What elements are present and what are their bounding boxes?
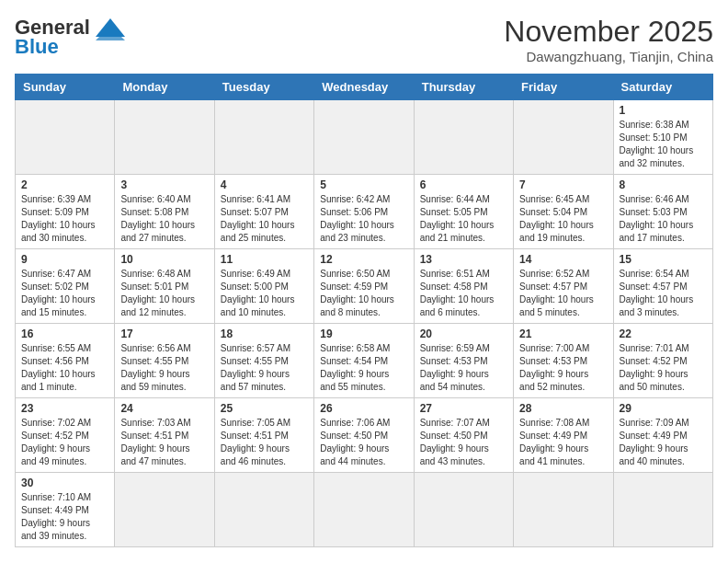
day-number: 2	[21, 178, 108, 191]
day-info: Sunrise: 6:44 AM Sunset: 5:05 PM Dayligh…	[420, 193, 507, 245]
weekday-header-tuesday: Tuesday	[214, 75, 313, 100]
day-info: Sunrise: 6:57 AM Sunset: 4:55 PM Dayligh…	[221, 342, 308, 394]
weekday-header-saturday: Saturday	[613, 75, 712, 100]
day-number: 7	[519, 178, 607, 191]
calendar-cell	[613, 473, 712, 547]
day-number: 29	[620, 402, 707, 415]
calendar-cell: 13Sunrise: 6:51 AM Sunset: 4:58 PM Dayli…	[414, 249, 513, 324]
calendar-cell: 29Sunrise: 7:09 AM Sunset: 4:49 PM Dayli…	[613, 398, 712, 473]
week-row-4: 16Sunrise: 6:55 AM Sunset: 4:56 PM Dayli…	[16, 324, 713, 398]
calendar-cell: 30Sunrise: 7:10 AM Sunset: 4:49 PM Dayli…	[16, 473, 115, 547]
day-info: Sunrise: 6:51 AM Sunset: 4:58 PM Dayligh…	[420, 268, 507, 319]
day-number: 18	[221, 327, 308, 340]
week-row-5: 23Sunrise: 7:02 AM Sunset: 4:52 PM Dayli…	[16, 398, 713, 473]
location-title: Dawangzhuang, Tianjin, China	[504, 49, 713, 64]
week-row-2: 2Sunrise: 6:39 AM Sunset: 5:09 PM Daylig…	[16, 175, 713, 249]
calendar-cell: 27Sunrise: 7:07 AM Sunset: 4:50 PM Dayli…	[414, 398, 513, 473]
calendar-cell: 24Sunrise: 7:03 AM Sunset: 4:51 PM Dayli…	[115, 398, 214, 473]
day-number: 12	[320, 253, 407, 266]
month-title: November 2025	[504, 15, 713, 49]
calendar-cell	[214, 100, 313, 175]
calendar-cell: 5Sunrise: 6:42 AM Sunset: 5:06 PM Daylig…	[314, 175, 414, 249]
calendar-cell: 28Sunrise: 7:08 AM Sunset: 4:49 PM Dayli…	[514, 398, 613, 473]
calendar-cell: 1Sunrise: 6:38 AM Sunset: 5:10 PM Daylig…	[613, 100, 712, 175]
day-info: Sunrise: 7:05 AM Sunset: 4:51 PM Dayligh…	[221, 417, 308, 468]
day-number: 21	[519, 327, 607, 340]
day-number: 28	[519, 402, 607, 415]
calendar-cell: 12Sunrise: 6:50 AM Sunset: 4:59 PM Dayli…	[314, 249, 414, 324]
day-info: Sunrise: 6:46 AM Sunset: 5:03 PM Dayligh…	[620, 193, 707, 245]
calendar-cell	[414, 100, 513, 175]
calendar-cell: 20Sunrise: 6:59 AM Sunset: 4:53 PM Dayli…	[414, 324, 513, 398]
week-row-6: 30Sunrise: 7:10 AM Sunset: 4:49 PM Dayli…	[16, 473, 713, 547]
day-number: 15	[620, 253, 707, 266]
calendar-cell: 7Sunrise: 6:45 AM Sunset: 5:04 PM Daylig…	[514, 175, 613, 249]
day-info: Sunrise: 6:48 AM Sunset: 5:01 PM Dayligh…	[120, 268, 208, 319]
day-info: Sunrise: 7:03 AM Sunset: 4:51 PM Dayligh…	[120, 417, 208, 468]
day-number: 1	[620, 104, 707, 117]
day-info: Sunrise: 6:38 AM Sunset: 5:10 PM Dayligh…	[620, 119, 707, 170]
calendar-cell: 17Sunrise: 6:56 AM Sunset: 4:55 PM Dayli…	[115, 324, 214, 398]
day-info: Sunrise: 7:09 AM Sunset: 4:49 PM Dayligh…	[620, 417, 707, 468]
day-number: 16	[21, 327, 108, 340]
calendar-cell: 3Sunrise: 6:40 AM Sunset: 5:08 PM Daylig…	[115, 175, 214, 249]
day-info: Sunrise: 7:06 AM Sunset: 4:50 PM Dayligh…	[320, 417, 407, 468]
day-info: Sunrise: 7:00 AM Sunset: 4:53 PM Dayligh…	[519, 342, 607, 394]
calendar-cell: 18Sunrise: 6:57 AM Sunset: 4:55 PM Dayli…	[214, 324, 313, 398]
day-info: Sunrise: 6:55 AM Sunset: 4:56 PM Dayligh…	[21, 342, 108, 394]
calendar-cell: 21Sunrise: 7:00 AM Sunset: 4:53 PM Dayli…	[514, 324, 613, 398]
day-number: 17	[120, 327, 208, 340]
day-number: 6	[420, 178, 507, 191]
calendar-cell: 25Sunrise: 7:05 AM Sunset: 4:51 PM Dayli…	[214, 398, 313, 473]
calendar-cell	[115, 473, 214, 547]
day-number: 25	[221, 402, 308, 415]
day-info: Sunrise: 6:39 AM Sunset: 5:09 PM Dayligh…	[21, 193, 108, 245]
day-info: Sunrise: 6:54 AM Sunset: 4:57 PM Dayligh…	[620, 268, 707, 319]
day-info: Sunrise: 6:47 AM Sunset: 5:02 PM Dayligh…	[21, 268, 108, 319]
day-number: 26	[320, 402, 407, 415]
calendar-cell: 8Sunrise: 6:46 AM Sunset: 5:03 PM Daylig…	[613, 175, 712, 249]
calendar-cell	[115, 100, 214, 175]
day-info: Sunrise: 6:49 AM Sunset: 5:00 PM Dayligh…	[221, 268, 308, 319]
weekday-header-sunday: Sunday	[16, 75, 115, 100]
header: General Blue November 2025 Dawangzhuang,…	[15, 15, 713, 64]
calendar-cell: 23Sunrise: 7:02 AM Sunset: 4:52 PM Dayli…	[16, 398, 115, 473]
calendar-cell: 10Sunrise: 6:48 AM Sunset: 5:01 PM Dayli…	[115, 249, 214, 324]
day-number: 5	[320, 178, 407, 191]
week-row-3: 9Sunrise: 6:47 AM Sunset: 5:02 PM Daylig…	[16, 249, 713, 324]
calendar-cell	[16, 100, 115, 175]
day-info: Sunrise: 6:52 AM Sunset: 4:57 PM Dayligh…	[519, 268, 607, 319]
day-number: 10	[120, 253, 208, 266]
day-info: Sunrise: 7:02 AM Sunset: 4:52 PM Dayligh…	[21, 417, 108, 468]
day-number: 23	[21, 402, 108, 415]
calendar-cell: 2Sunrise: 6:39 AM Sunset: 5:09 PM Daylig…	[16, 175, 115, 249]
day-number: 19	[320, 327, 407, 340]
day-number: 27	[420, 402, 507, 415]
day-info: Sunrise: 6:50 AM Sunset: 4:59 PM Dayligh…	[320, 268, 407, 319]
logo-icon	[92, 15, 127, 40]
weekday-header-thursday: Thursday	[414, 75, 513, 100]
calendar-cell: 14Sunrise: 6:52 AM Sunset: 4:57 PM Dayli…	[514, 249, 613, 324]
calendar-cell: 19Sunrise: 6:58 AM Sunset: 4:54 PM Dayli…	[314, 324, 414, 398]
day-info: Sunrise: 7:10 AM Sunset: 4:49 PM Dayligh…	[21, 491, 108, 543]
calendar-cell	[214, 473, 313, 547]
day-number: 4	[221, 178, 308, 191]
day-info: Sunrise: 7:01 AM Sunset: 4:52 PM Dayligh…	[620, 342, 707, 394]
weekday-header-row: SundayMondayTuesdayWednesdayThursdayFrid…	[16, 75, 713, 100]
calendar-cell	[314, 473, 414, 547]
weekday-header-friday: Friday	[514, 75, 613, 100]
day-info: Sunrise: 6:41 AM Sunset: 5:07 PM Dayligh…	[221, 193, 308, 245]
logo-blue-text: Blue	[15, 35, 59, 59]
day-number: 14	[519, 253, 607, 266]
calendar-cell	[514, 100, 613, 175]
calendar-table: SundayMondayTuesdayWednesdayThursdayFrid…	[15, 74, 713, 547]
day-info: Sunrise: 6:42 AM Sunset: 5:06 PM Dayligh…	[320, 193, 407, 245]
day-number: 30	[21, 477, 108, 489]
weekday-header-wednesday: Wednesday	[314, 75, 414, 100]
calendar-cell	[514, 473, 613, 547]
day-number: 24	[120, 402, 208, 415]
calendar-cell: 26Sunrise: 7:06 AM Sunset: 4:50 PM Dayli…	[314, 398, 414, 473]
day-number: 8	[620, 178, 707, 191]
weekday-header-monday: Monday	[115, 75, 214, 100]
day-number: 11	[221, 253, 308, 266]
